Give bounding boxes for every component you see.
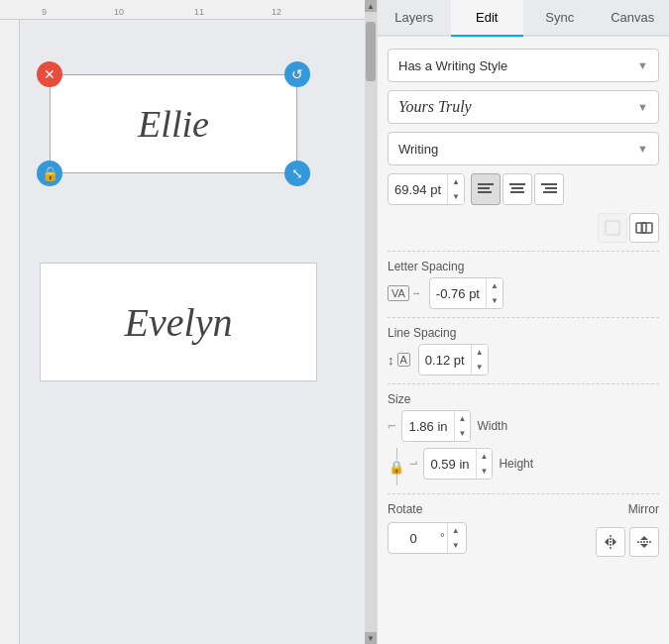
canvas-work: ✕ ↺ 🔒 ⤡ Ellie Evelyn	[20, 20, 365, 644]
rotate-degree: °	[438, 531, 447, 545]
scale-button[interactable]: ⤡	[284, 161, 310, 186]
evelyn-text: Evelyn	[41, 264, 316, 380]
lock-button[interactable]: 🔒	[37, 161, 62, 186]
letter-spacing-icon: VA	[388, 285, 409, 301]
height-label: Height	[499, 457, 533, 471]
text-object-ellie[interactable]: ✕ ↺ 🔒 ⤡ Ellie	[50, 74, 297, 173]
style-dropdown[interactable]: Has a Writing Style ▼	[388, 49, 659, 82]
svg-marker-14	[605, 538, 609, 546]
letter-spacing-label: Letter Spacing	[388, 260, 659, 273]
refresh-button[interactable]: ↺	[284, 61, 310, 87]
svg-rect-9	[606, 221, 619, 235]
line-spacing-icon-a: A	[397, 353, 410, 367]
line-spacing-up[interactable]: ▲	[472, 345, 488, 360]
svg-rect-2	[478, 191, 492, 193]
width-down[interactable]: ▼	[455, 426, 471, 441]
rotate-arrows: ▲ ▼	[447, 523, 464, 553]
divider-3	[388, 383, 659, 384]
font-size-down[interactable]: ▼	[448, 189, 464, 204]
svg-rect-11	[642, 223, 652, 233]
right-panel: Layers Edit Sync Canvas Has a Writing St…	[377, 0, 669, 644]
align-center-button[interactable]	[502, 173, 532, 205]
width-value: 1.86 in	[402, 419, 453, 434]
font-dropdown-arrow: ▼	[637, 101, 648, 113]
letter-spacing-spinbox[interactable]: -0.76 pt ▲ ▼	[429, 277, 503, 309]
rotate-value: 0	[389, 531, 438, 546]
svg-rect-7	[545, 187, 557, 189]
size-section-label: Size	[388, 392, 659, 406]
letter-spacing-up[interactable]: ▲	[487, 278, 502, 293]
width-spinbox[interactable]: 1.86 in ▲ ▼	[401, 410, 471, 442]
height-row: ⌐ 0.59 in ▲ ▼ Height	[409, 448, 659, 480]
tab-edit[interactable]: Edit	[451, 0, 524, 37]
mirror-horizontal-button[interactable]	[596, 527, 625, 557]
rotate-row: 0 ° ▲ ▼	[388, 522, 467, 554]
svg-marker-15	[613, 538, 616, 546]
rotate-down[interactable]: ▼	[448, 538, 464, 553]
scrollbar-right[interactable]: ▲ ▼	[365, 0, 377, 644]
width-corner-icon: ⌐	[388, 418, 395, 434]
line-spacing-row: ↕ A 0.12 pt ▲ ▼	[388, 344, 659, 376]
ruler-mark-10: 10	[114, 7, 124, 17]
canvas-area: 9 10 11 12 ▲ ▼ ✕ ↺ 🔒 ⤡ Ellie	[0, 0, 377, 644]
divider-4	[388, 493, 659, 494]
extra-buttons-row	[388, 213, 659, 243]
rotate-up[interactable]: ▲	[448, 523, 464, 538]
mirror-label: Mirror	[628, 502, 659, 516]
height-spinbox[interactable]: 0.59 in ▲ ▼	[423, 448, 493, 480]
delete-button[interactable]: ✕	[37, 61, 62, 87]
svg-rect-1	[478, 187, 490, 189]
rotate-mirror-controls: 0 ° ▲ ▼	[388, 522, 659, 562]
height-up[interactable]: ▲	[477, 449, 493, 464]
line-spacing-value: 0.12 pt	[419, 353, 471, 368]
style-dropdown-value: Has a Writing Style	[398, 58, 507, 73]
width-arrows: ▲ ▼	[454, 411, 471, 441]
ruler-mark-11: 11	[194, 7, 204, 17]
ruler-mark-12: 12	[272, 7, 281, 17]
mirror-vertical-button[interactable]	[629, 527, 659, 557]
rotate-mirror-labels: Rotate Mirror	[388, 502, 659, 516]
extra-btn-2[interactable]	[629, 213, 659, 243]
aspect-lock-icon[interactable]: 🔒	[389, 460, 404, 475]
tab-sync[interactable]: Sync	[523, 0, 597, 37]
writing-dropdown[interactable]: Writing ▼	[388, 132, 659, 165]
svg-rect-0	[478, 183, 494, 185]
tab-canvas[interactable]: Canvas	[597, 0, 670, 37]
ruler-mark-9: 9	[42, 7, 47, 17]
line-spacing-label: Line Spacing	[388, 326, 659, 340]
font-size-spinbox[interactable]: 69.94 pt ▲ ▼	[388, 173, 465, 205]
font-size-value: 69.94 pt	[389, 182, 447, 197]
line-spacing-icon: ↕	[388, 353, 394, 368]
align-left-button[interactable]	[471, 173, 501, 205]
font-dropdown-value: Yours Truly	[398, 98, 472, 116]
letter-spacing-value: -0.76 pt	[430, 286, 486, 301]
scroll-down-arrow[interactable]: ▼	[365, 632, 377, 644]
text-object-evelyn[interactable]: Evelyn	[40, 263, 317, 381]
align-right-button[interactable]	[534, 173, 564, 205]
tab-layers[interactable]: Layers	[378, 0, 451, 37]
extra-btn-1[interactable]	[598, 213, 627, 243]
font-size-row: 69.94 pt ▲ ▼	[388, 173, 659, 205]
writing-dropdown-arrow: ▼	[637, 143, 648, 155]
line-spacing-down[interactable]: ▼	[472, 360, 488, 375]
letter-spacing-row: VA ↔ -0.76 pt ▲ ▼	[388, 277, 659, 309]
letter-spacing-icon-arrow: ↔	[412, 288, 421, 298]
scroll-up-arrow[interactable]: ▲	[365, 0, 377, 12]
divider-1	[388, 251, 659, 252]
letter-spacing-arrows: ▲ ▼	[486, 278, 502, 308]
font-dropdown[interactable]: Yours Truly ▼	[388, 90, 659, 124]
line-spacing-spinbox[interactable]: 0.12 pt ▲ ▼	[418, 344, 489, 376]
svg-rect-4	[511, 187, 523, 189]
letter-spacing-down[interactable]: ▼	[487, 293, 502, 308]
scroll-thumb[interactable]	[366, 22, 376, 81]
ruler-top: 9 10 11 12	[0, 0, 377, 20]
tabs: Layers Edit Sync Canvas	[378, 0, 669, 37]
height-value: 0.59 in	[424, 457, 475, 472]
height-down[interactable]: ▼	[477, 464, 493, 479]
rotate-spinbox[interactable]: 0 ° ▲ ▼	[388, 522, 467, 554]
width-up[interactable]: ▲	[455, 411, 471, 426]
object-controls: ✕ ↺ 🔒 ⤡	[37, 61, 310, 186]
ruler-left	[0, 20, 20, 644]
svg-marker-17	[640, 536, 648, 540]
font-size-up[interactable]: ▲	[448, 174, 464, 189]
